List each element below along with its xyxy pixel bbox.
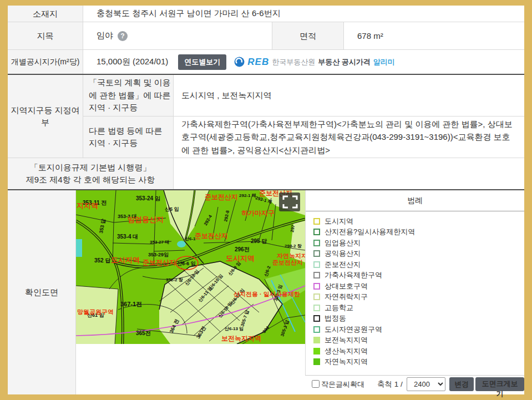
legend-item: 보전녹지지역 [313,335,524,346]
reb-price-alert-link[interactable]: REB 한국부동산원 부동산 공시가격 알리미 [234,57,395,68]
enlarge-small-text-checkbox[interactable] [312,380,320,388]
legend-label: 법정동 [325,313,346,323]
legend-swatch [313,315,320,322]
map-label: 산6-13 임 [224,326,244,331]
map-label: 준보전산지 [195,232,228,240]
map-label: 298-2 창 [285,244,302,249]
map-label: 산5 임 [165,206,179,212]
help-icon[interactable]: ? [118,31,128,41]
zone-law-value: 도시지역 , 보전녹지지역 [174,75,524,117]
legend-swatch [313,337,320,343]
map-label: 365전 [136,330,151,336]
view-larger-map-button[interactable]: 도면크게보기 [475,377,524,391]
legend-item: 도시지역 [313,216,524,227]
legend-swatch [313,272,320,279]
map-label: 353-24 임 [136,195,160,201]
row-label-zone-designation: 지역지구등 지정여부 [8,75,83,158]
cadastral-map[interactable]: 353-11 전353-24 임산5 임353-3 대353 답353-4 대3… [76,190,305,344]
map-label: 준보전산지 [205,193,238,201]
legend-title: 범례 [306,190,524,211]
legend-swatch [313,240,320,246]
scale-label: 축척 1 / [377,379,403,389]
official-price-cell: 15,000원 (2024/01) 연도별보기 REB 한국부동산원 부동산 공… [83,50,524,74]
cadastral-map-svg: 353-11 전353-24 임산5 임353-3 대353 답353-4 대3… [76,190,305,344]
other-law-value: 가축사육제한구역(가축사육전부제한구역)<가축분뇨의 관리 및 이용에 관한 법… [174,117,524,158]
legend-label: 고등학교 [325,303,353,313]
map-fullscreen-icon[interactable] [279,193,300,211]
map-label: 292-1 체 [239,193,256,198]
legend-label: 준보전산지 [325,260,361,270]
legend-item: 생산녹지지역 [313,346,524,357]
legend-swatch [313,348,320,355]
change-scale-button[interactable]: 변경 [449,377,474,391]
legend-item: 자연취락지구 [313,292,524,303]
legend-label: 생산녹지지역 [325,346,368,356]
land-category-value: 임야 [97,31,113,41]
reb-logo-text: REB [247,57,269,68]
reb-org-text: 한국부동산원 [272,57,315,67]
area-value: 678 m² [344,22,524,50]
scale-select[interactable]: 2400 [407,377,445,391]
map-label: 산6-6 임 [177,261,196,266]
price-service-text: 부동산 공시가격 [318,57,371,67]
controls-divider [305,375,524,376]
map-label: 353-27 대 [150,240,169,245]
legend-swatch [313,358,320,365]
legend-item: 준보전산지 [313,259,524,270]
legend-label: 가축사육제한구역 [325,270,382,280]
legend-item: 가축사육제한구역 [313,270,524,281]
row-label-land-use-regulation: 「토지이용규제 기본법 시행령」 제9조 제4항 각 호에 해당되는 사항 [8,158,174,189]
other-law-label: 다른 법령 등에 따른 지역 · 지구등 [83,117,174,158]
map-label: 지지역 [77,201,98,210]
legend-item: 고등학교 [313,302,524,313]
legend-item: 법정동 [313,313,524,325]
legend-label: 임업용산지 [325,238,361,248]
legend-swatch [313,293,320,300]
legend-label: 산지전용?일시사용제한지역 [325,227,415,237]
map-label: 산6-1 [184,236,196,241]
official-price-value: 15,000원 (2024/01) [97,57,168,67]
legend-items: 도시지역산지전용?일시사용제한지역임업용산지공익용산지준보전산지가축사육제한구역… [306,211,524,367]
map-label: 도시지역 [226,254,255,262]
map-label: 망월공원구역 [77,308,114,315]
reb-logo-icon [234,57,245,67]
map-label: 352-2 창 [166,277,183,282]
row-label-area: 면적 [272,22,344,50]
legend-item: 임업용산지 [313,237,524,249]
map-label: 준보전산지 [272,259,303,266]
legend-swatch [313,261,320,268]
legend-panel: 범례 도시지역산지전용?일시사용제한지역임업용산지공익용산지준보전산지가축사육제… [305,190,524,375]
legend-label: 공익용산지 [325,249,361,259]
yearly-view-button[interactable]: 연도별보기 [178,54,226,70]
legend-label: 도시지역 [325,216,353,226]
legend-label: 보전녹지지역 [325,335,368,345]
map-label: 367-1전 [120,301,142,307]
legend-item: 도시자연공원구역 [313,324,524,335]
legend-swatch [313,218,320,225]
row-label-confirmation-map: 확인도면 [8,190,76,394]
legend-item: 자연녹지지역 [313,357,524,368]
legend-swatch [313,283,320,290]
map-label: 353-4 대 [117,234,138,240]
map-label: 295 답 [251,238,267,244]
row-label-official-price: 개별공시지가(m²당) [8,50,83,74]
legend-swatch [313,229,320,235]
map-label: 임업용산지 [128,215,164,224]
legend-label: 상대보호구역 [325,281,368,291]
price-service-link-text: 알리미 [373,57,395,67]
land-use-table: 소재지 충청북도 청주시 서원구 남이면 가마리 산 6-6번지 지목 임야 ?… [8,6,524,394]
legend-label: 자연녹지지역 [325,357,368,367]
row-label-land-category: 지목 [8,22,83,50]
legend-item: 산지전용?일시사용제한지역 [313,227,524,238]
legend-swatch [313,250,320,257]
map-label: 산지전용 · 일시사용제한 [234,291,300,297]
legend-swatch [313,305,320,311]
map-label: 자연녹지지 [277,252,305,259]
legend-swatch [313,326,320,333]
legend-item: 상대보호구역 [313,281,524,292]
map-label: 하가마지구 [241,209,275,217]
location-value: 충청북도 청주시 서원구 남이면 가마리 산 6-6번지 [83,6,524,22]
map-label: 352 답 [94,257,110,264]
map-label: 준보전산지 [143,259,176,266]
land-use-regulation-value [174,158,524,189]
